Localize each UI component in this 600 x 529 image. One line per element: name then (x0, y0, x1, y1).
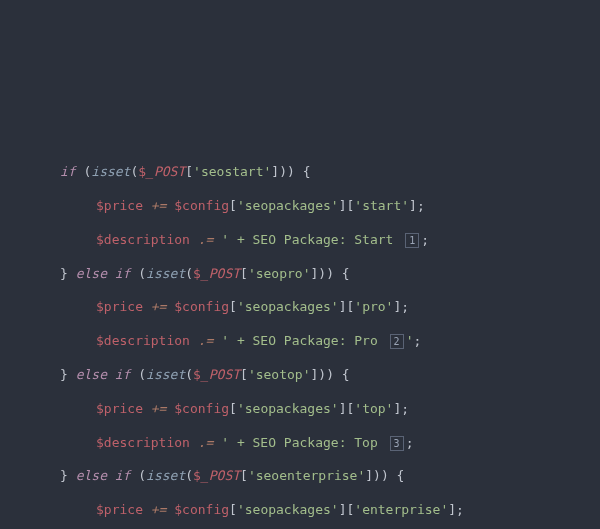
code-token (143, 502, 151, 517)
code-token: else if (76, 266, 131, 281)
code-token (190, 435, 198, 450)
code-token (190, 232, 198, 247)
code-token: _POST (201, 266, 240, 281)
code-token: { (295, 164, 311, 179)
code-token: 'seostart' (193, 164, 271, 179)
code-token: += (151, 198, 167, 213)
code-token: ( (130, 367, 146, 382)
code-token: $price (96, 502, 143, 517)
code-token: 'start' (354, 198, 409, 213)
code-token: } (60, 367, 76, 382)
code-token: else if (76, 367, 131, 382)
code-token: ' + SEO Package: Pro (221, 333, 385, 348)
code-token: $price (96, 198, 143, 213)
code-line: $price += $config['seopackages']['enterp… (60, 493, 560, 527)
code-token: ( (76, 164, 92, 179)
code-token: isset (146, 266, 185, 281)
code-token (143, 198, 151, 213)
code-token: { (389, 468, 405, 483)
code-line: } else if (isset($_POST['seoenterprise']… (60, 459, 560, 493)
code-token (190, 333, 198, 348)
code-token: .= (198, 333, 214, 348)
code-token: .= (198, 232, 214, 247)
code-line: if (isset($_POST['seostart'])) { (60, 155, 560, 189)
code-token: ; (401, 401, 409, 416)
code-token: ' + SEO Package: Start (221, 232, 401, 247)
code-token: [ (185, 164, 193, 179)
code-token: $description (96, 232, 190, 247)
code-token: 'seopackages' (237, 198, 339, 213)
code-token: $ (193, 468, 201, 483)
code-token: ( (185, 468, 193, 483)
code-token: ; (456, 502, 464, 517)
code-token: [ (229, 198, 237, 213)
code-token: += (151, 401, 167, 416)
fold-badge: 1 (405, 233, 419, 248)
code-token: )) (318, 266, 334, 281)
code-token: $price (96, 299, 143, 314)
code-token: [ (240, 468, 248, 483)
code-token: $description (96, 333, 190, 348)
code-token: 'seopro' (248, 266, 311, 281)
code-token: += (151, 299, 167, 314)
code-token: $description (96, 435, 190, 450)
code-token: ] (409, 198, 417, 213)
code-token: { (334, 266, 350, 281)
code-line: $price += $config['seopackages']['top']; (60, 392, 560, 426)
code-token: if (60, 164, 76, 179)
code-token: ][ (339, 198, 355, 213)
code-token: )) (318, 367, 334, 382)
code-token: 'seopackages' (237, 502, 339, 517)
code-token: [ (240, 367, 248, 382)
code-token: ; (417, 198, 425, 213)
code-token: $ (138, 164, 146, 179)
code-token: } (60, 266, 76, 281)
code-line: } else if (isset($_POST['seotop'])) { (60, 358, 560, 392)
code-token: $ (193, 266, 201, 281)
code-token: ( (130, 266, 146, 281)
code-line: $price += $config['seopackages']['pro']; (60, 290, 560, 324)
code-token: ; (406, 435, 414, 450)
code-token: ( (185, 266, 193, 281)
code-token: 'seopackages' (237, 401, 339, 416)
code-token: )) (373, 468, 389, 483)
code-token: ; (413, 333, 421, 348)
code-token: ] (271, 164, 279, 179)
code-token: isset (146, 367, 185, 382)
code-token: 'top' (354, 401, 393, 416)
code-token (143, 401, 151, 416)
code-token: isset (91, 164, 130, 179)
code-token: 'pro' (354, 299, 393, 314)
code-token: ' + SEO Package: Top (221, 435, 385, 450)
code-token: ][ (339, 502, 355, 517)
code-token: _POST (201, 367, 240, 382)
code-token: 'enterprise' (354, 502, 448, 517)
code-token: isset (146, 468, 185, 483)
code-token: ( (185, 367, 193, 382)
code-token: } (60, 468, 76, 483)
code-token: 'seopackages' (237, 299, 339, 314)
code-token: ][ (339, 299, 355, 314)
code-token: $config (174, 502, 229, 517)
code-token: $config (174, 198, 229, 213)
code-token (143, 299, 151, 314)
code-token: $config (174, 299, 229, 314)
code-token: $ (193, 367, 201, 382)
code-token: [ (229, 299, 237, 314)
code-token: ][ (339, 401, 355, 416)
fold-badge: 2 (390, 334, 404, 349)
code-token: .= (198, 435, 214, 450)
code-token: ; (421, 232, 429, 247)
fold-badge: 3 (390, 436, 404, 451)
code-token: _POST (146, 164, 185, 179)
code-token: 'seotop' (248, 367, 311, 382)
code-token: += (151, 502, 167, 517)
code-token: { (334, 367, 350, 382)
code-token: ; (401, 299, 409, 314)
code-token: )) (279, 164, 295, 179)
code-line: } else if (isset($_POST['seopro'])) { (60, 257, 560, 291)
code-line: $description .= ' + SEO Package: Start 1… (60, 223, 560, 257)
code-token: ] (365, 468, 373, 483)
code-token: [ (240, 266, 248, 281)
code-line: $description .= ' + SEO Package: Top 3; (60, 426, 560, 460)
